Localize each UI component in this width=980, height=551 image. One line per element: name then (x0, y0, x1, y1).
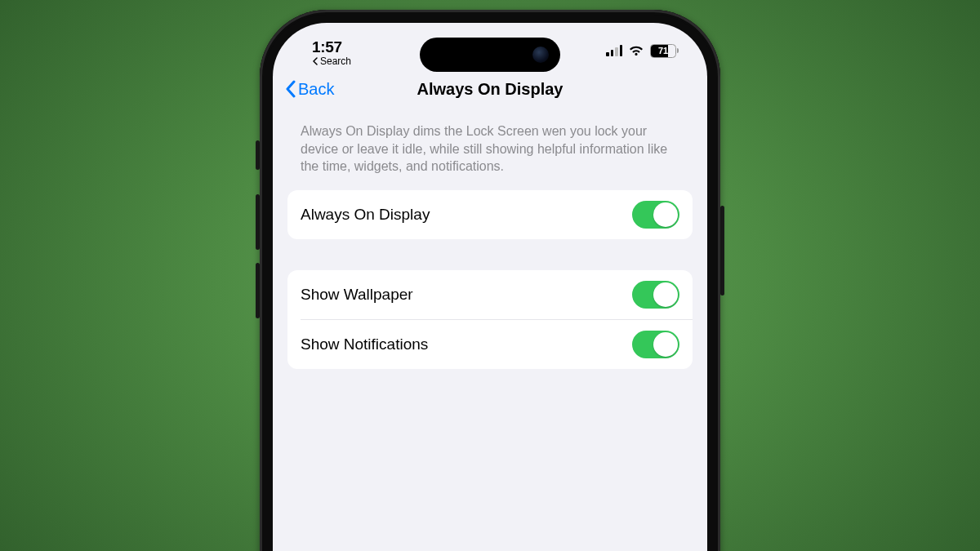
settings-group-secondary: Show Wallpaper Show Notifications (287, 270, 693, 369)
dynamic-island (420, 38, 560, 72)
front-camera-icon (532, 47, 549, 63)
section-description: Always On Display dims the Lock Screen w… (287, 108, 693, 184)
toggle-show-wallpaper[interactable] (632, 281, 679, 309)
page-title: Always On Display (417, 80, 564, 99)
back-label: Back (298, 80, 334, 99)
toggle-always-on-display[interactable] (632, 201, 679, 229)
chevron-left-icon (312, 57, 318, 65)
phone-screen: 1:57 Search (273, 23, 707, 551)
breadcrumb-label: Search (320, 56, 351, 67)
breadcrumb-back[interactable]: Search (312, 56, 351, 67)
toggle-show-notifications[interactable] (632, 331, 679, 358)
row-label: Show Notifications (301, 335, 428, 353)
chevron-left-icon (284, 80, 296, 98)
backdrop: 1:57 Search (0, 0, 980, 551)
nav-bar: Back Always On Display (273, 70, 707, 108)
row-label: Always On Display (301, 206, 430, 224)
settings-group-primary: Always On Display (287, 190, 693, 239)
phone-side-button (720, 206, 724, 295)
battery-icon: 71 (650, 44, 679, 58)
wifi-icon (628, 45, 644, 56)
status-time: 1:57 (312, 38, 342, 56)
back-button[interactable]: Back (284, 80, 334, 99)
row-show-notifications: Show Notifications (301, 319, 693, 369)
row-always-on-display: Always On Display (287, 190, 693, 239)
row-show-wallpaper: Show Wallpaper (287, 270, 693, 319)
battery-level: 71 (651, 45, 675, 57)
row-label: Show Wallpaper (301, 286, 413, 304)
phone-mock: 1:57 Search (260, 10, 720, 551)
cell-signal-icon (606, 45, 622, 56)
